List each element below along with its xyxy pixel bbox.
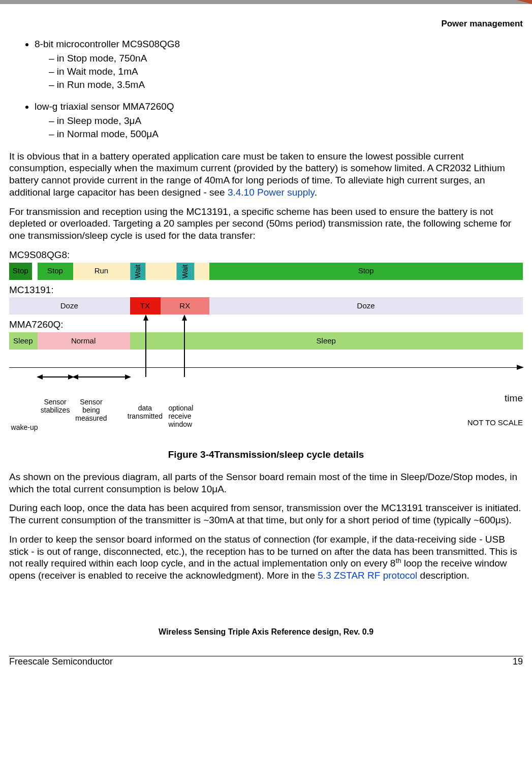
seg-mcu-run: Run	[73, 263, 130, 280]
seg-rf-tx: TX	[130, 297, 161, 314]
line-rx	[184, 319, 185, 377]
callout-scale: NOT TO SCALE	[467, 418, 523, 427]
seg-sens-sleep1: Sleep	[9, 332, 38, 350]
mcu-item-0: in Stop mode, 750nA	[49, 52, 523, 65]
line-tx	[145, 319, 146, 377]
bullet-sensor: low-g triaxial sensor MMA7260Q in Sleep …	[35, 101, 523, 140]
label-sens: MMA7260Q:	[9, 319, 523, 331]
para5-c: description.	[417, 570, 469, 581]
sensor-item-0: in Sleep mode, 3μA	[49, 115, 523, 127]
figure-caption: Figure 3-4Transmission/sleep cycle detai…	[9, 449, 523, 461]
para-sleep: As shown on the previous diagram, all pa…	[9, 471, 523, 495]
footer-page: 19	[513, 656, 523, 667]
bullet-mcu-title: 8-bit microcontroller MC9S08QG8	[35, 39, 180, 49]
seg-mcu-wait1: Wait	[130, 263, 145, 280]
arrow-rx-up	[182, 314, 187, 321]
para-scheme: For transmission and reception using the…	[9, 206, 523, 242]
sensor-item-1: in Normal mode, 500μA	[49, 128, 523, 140]
bar-sens: Sleep Normal Sleep	[9, 332, 523, 350]
axis-arrow-icon	[517, 365, 524, 370]
footer-left: Freescale Semiconductor	[9, 656, 113, 667]
seg-sens-normal: Normal	[38, 332, 130, 350]
fig-num: Figure 3-4	[168, 449, 214, 460]
footer-title: Wireless Sensing Triple Axis Reference d…	[0, 624, 532, 641]
seg-rf-doze1: Doze	[9, 297, 130, 314]
bullet-sensor-title: low-g triaxial sensor MMA7260Q	[35, 101, 174, 112]
seg-sens-sleep2: Sleep	[130, 332, 523, 350]
mcu-item-1: in Wait mode, 1mA	[49, 66, 523, 78]
callout-stabilizes: Sensor stabilizes	[38, 398, 73, 414]
seg-rf-doze2: Doze	[209, 297, 523, 314]
arrow-tx-up	[143, 314, 148, 321]
seg-mcu-wait2: Wait	[176, 263, 194, 280]
bar-mcu: Stop Stop Run Wait Wait Stop	[9, 263, 523, 280]
para-tx: During each loop, once the data has been…	[9, 502, 523, 526]
mcu-item-2: in Run mode, 3.5mA	[49, 79, 523, 91]
fig-title: Transmission/sleep cycle details	[214, 449, 364, 460]
seg-mcu-gap2	[194, 263, 209, 280]
label-rf: MC13191:	[9, 284, 523, 296]
bullet-mcu: 8-bit microcontroller MC9S08QG8 in Stop …	[35, 38, 523, 90]
seg-mcu-gap	[145, 263, 176, 280]
seg-mcu-stop1: Stop	[9, 263, 32, 280]
label-mcu: MC9S08QG8:	[9, 249, 523, 261]
para5-sup: th	[395, 557, 401, 564]
callout-wakeup: wake-up	[9, 423, 40, 431]
para-battery: It is obvious that in a battery operated…	[9, 150, 523, 199]
time-axis	[9, 367, 523, 368]
bar-rf: Doze TX RX Doze	[9, 297, 523, 314]
para1-b: .	[315, 187, 317, 198]
seg-mcu-stop2: Stop	[38, 263, 74, 280]
section-header: Power management	[9, 18, 523, 29]
callout-area: wake-up Sensor stabilizes Sensor being m…	[9, 367, 523, 444]
callout-rx: optional receive window	[168, 404, 209, 428]
para-rx: In order to keep the sensor board inform…	[9, 533, 523, 582]
seg-mcu-stop3: Stop	[209, 263, 523, 280]
top-gray-bar	[0, 0, 532, 4]
xref-zstar[interactable]: 5.3 ZSTAR RF protocol	[318, 570, 417, 581]
callout-time: time	[505, 393, 523, 404]
figure-3-4: MC9S08QG8: Stop Stop Run Wait Wait Stop …	[9, 249, 523, 461]
callout-tx: data transmitted	[122, 404, 168, 420]
xref-power-supply[interactable]: 3.4.10 Power supply	[228, 187, 315, 198]
seg-rf-rx: RX	[161, 297, 209, 314]
callout-measured: Sensor being measured	[73, 398, 109, 422]
